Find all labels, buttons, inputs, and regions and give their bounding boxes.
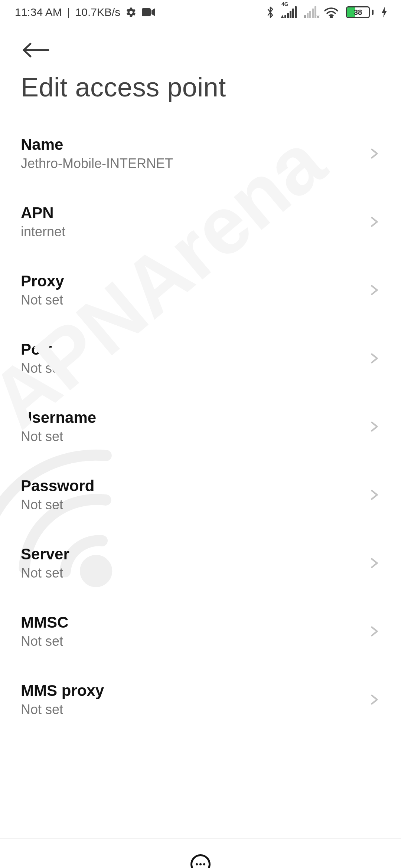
action-bar: More bbox=[0, 838, 401, 868]
battery-percentage: 38 bbox=[354, 8, 362, 17]
battery-indicator: 38 bbox=[346, 6, 374, 18]
no-signal-x-icon: ✕ bbox=[316, 14, 320, 20]
field-name-label: Name bbox=[21, 136, 173, 154]
row-password[interactable]: Password Not set bbox=[21, 464, 380, 532]
chevron-right-icon bbox=[368, 352, 380, 365]
status-net-speed: 10.7KB/s bbox=[75, 6, 121, 19]
field-server-label: Server bbox=[21, 545, 69, 563]
row-apn[interactable]: APN internet bbox=[21, 191, 380, 259]
field-username-value: Not set bbox=[21, 429, 96, 444]
toolbar bbox=[0, 24, 401, 65]
field-server-value: Not set bbox=[21, 565, 69, 581]
chevron-right-icon bbox=[368, 147, 380, 160]
field-proxy-value: Not set bbox=[21, 292, 64, 308]
row-server[interactable]: Server Not set bbox=[21, 532, 380, 600]
field-password-label: Password bbox=[21, 477, 94, 495]
charging-bolt-icon bbox=[381, 7, 388, 17]
field-username-label: Username bbox=[21, 409, 96, 427]
chevron-right-icon bbox=[368, 284, 380, 296]
row-proxy[interactable]: Proxy Not set bbox=[21, 259, 380, 327]
status-right: 4G ▲ ✕ 38 bbox=[266, 6, 388, 19]
gear-icon bbox=[125, 7, 137, 18]
status-bar: 11:34 AM | 10.7KB/s 4G ▲ ✕ 38 bbox=[0, 0, 401, 24]
more-horizontal-icon bbox=[190, 854, 211, 868]
field-password-value: Not set bbox=[21, 497, 94, 513]
back-button[interactable] bbox=[21, 41, 380, 61]
row-mms-proxy[interactable]: MMS proxy Not set bbox=[21, 668, 380, 737]
status-time: 11:34 AM bbox=[15, 6, 62, 19]
row-port[interactable]: Port Not set bbox=[21, 327, 380, 395]
chevron-right-icon bbox=[368, 557, 380, 569]
field-mms-proxy-label: MMS proxy bbox=[21, 682, 104, 700]
chevron-right-icon bbox=[368, 693, 380, 706]
svg-rect-0 bbox=[142, 8, 151, 16]
field-apn-value: internet bbox=[21, 224, 65, 240]
cellular-4g-label: 4G bbox=[281, 1, 288, 7]
row-mmsc[interactable]: MMSC Not set bbox=[21, 600, 380, 668]
chevron-right-icon bbox=[368, 489, 380, 501]
row-username[interactable]: Username Not set bbox=[21, 395, 380, 464]
bluetooth-icon bbox=[266, 6, 277, 19]
field-mmsc-label: MMSC bbox=[21, 614, 68, 631]
field-apn-label: APN bbox=[21, 204, 65, 222]
chevron-right-icon bbox=[368, 625, 380, 638]
page-title: Edit access point bbox=[0, 65, 401, 122]
field-proxy-label: Proxy bbox=[21, 272, 64, 290]
cellular-signal-secondary-icon: ✕ bbox=[304, 6, 316, 18]
more-button[interactable]: More bbox=[188, 854, 213, 868]
status-left: 11:34 AM | 10.7KB/s bbox=[15, 6, 155, 19]
arrow-up-icon: ▲ bbox=[280, 13, 285, 19]
field-mmsc-value: Not set bbox=[21, 634, 68, 649]
field-port-label: Port bbox=[21, 341, 63, 358]
chevron-right-icon bbox=[368, 420, 380, 433]
svg-point-1 bbox=[330, 16, 332, 18]
status-separator: | bbox=[67, 6, 70, 19]
row-name[interactable]: Name Jethro-Mobile-INTERNET bbox=[21, 122, 380, 191]
chevron-right-icon bbox=[368, 216, 380, 228]
cellular-signal-primary-icon: 4G ▲ bbox=[284, 6, 297, 18]
wifi-icon bbox=[324, 6, 339, 18]
settings-list: APNArena Name Jethro-Mobile-INTERNET APN… bbox=[0, 122, 401, 838]
field-name-value: Jethro-Mobile-INTERNET bbox=[21, 156, 173, 171]
field-port-value: Not set bbox=[21, 361, 63, 376]
camera-icon bbox=[142, 7, 155, 17]
arrow-left-icon bbox=[21, 41, 50, 59]
field-mms-proxy-value: Not set bbox=[21, 702, 104, 717]
